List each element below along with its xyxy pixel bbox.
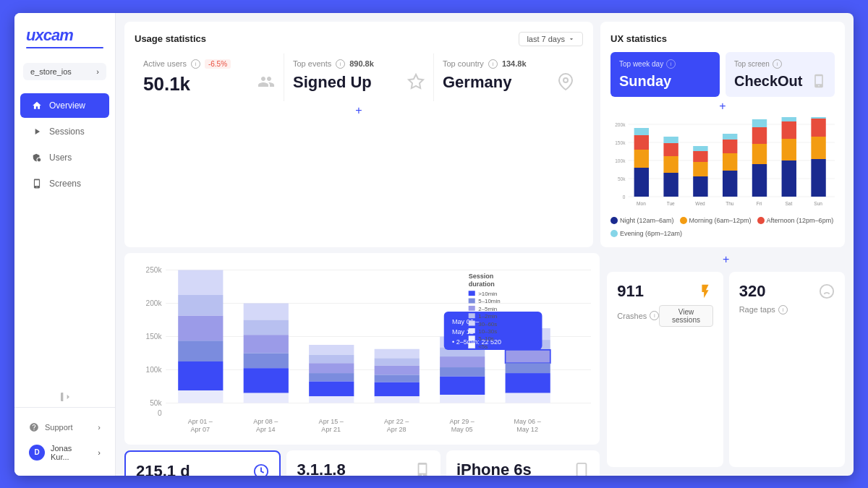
collapse-icon[interactable] xyxy=(59,391,71,403)
logo: uxcam xyxy=(26,26,103,45)
top-screen-info-icon[interactable]: i xyxy=(773,59,782,69)
svg-text:5–10s: 5–10s xyxy=(478,335,494,342)
sidebar-item-screens[interactable]: Screens xyxy=(20,171,109,196)
rage-taps-info-icon[interactable]: i xyxy=(778,305,788,314)
svg-text:Apr 15 –: Apr 15 – xyxy=(319,418,344,425)
svg-rect-43 xyxy=(811,119,825,137)
svg-text:0: 0 xyxy=(623,193,626,200)
sidebar-bottom: Support › D Jonas Kur... › xyxy=(14,407,115,476)
top-events-num: 890.8k xyxy=(349,59,374,68)
svg-text:Apr 01 –: Apr 01 – xyxy=(188,418,213,425)
svg-rect-60 xyxy=(178,341,223,361)
svg-text:duration: duration xyxy=(469,281,495,288)
user-item[interactable]: D Jonas Kur... › xyxy=(23,438,106,467)
svg-rect-36 xyxy=(782,160,796,197)
top-country-num: 134.8k xyxy=(502,59,527,68)
sidebar-label-screens: Screens xyxy=(49,179,81,189)
svg-text:Apr 22 –: Apr 22 – xyxy=(384,418,409,425)
svg-rect-44 xyxy=(811,117,825,119)
svg-rect-121 xyxy=(469,328,475,333)
svg-text:30–60s: 30–60s xyxy=(478,320,497,327)
support-icon xyxy=(29,422,39,432)
svg-rect-92 xyxy=(440,367,485,377)
svg-rect-94 xyxy=(440,394,485,402)
engagement-card: 215.1 d Total engagement i +8.6% xyxy=(124,450,281,476)
svg-rect-83 xyxy=(375,365,420,374)
svg-rect-99 xyxy=(506,349,550,362)
top-country-info-icon[interactable]: i xyxy=(488,59,498,69)
top-country-label: Top country xyxy=(443,59,484,68)
active-users-card: Active users i -6.5% 50.1k xyxy=(135,53,284,101)
active-users-info-icon[interactable]: i xyxy=(191,59,200,69)
svg-text:1–2min: 1–2min xyxy=(478,313,497,320)
tablet-icon xyxy=(32,179,42,189)
crashes-info-icon[interactable]: i xyxy=(650,311,659,320)
date-filter-button[interactable]: last 7 days xyxy=(519,32,583,46)
top-week-day-card: Top week day i Sunday xyxy=(610,52,720,97)
legend-afternoon-dot xyxy=(757,217,765,224)
ux-stats-title: UX statistics xyxy=(610,33,667,44)
chevron-right-icon: › xyxy=(96,67,99,76)
svg-text:May 05: May 05 xyxy=(451,425,473,432)
svg-rect-100 xyxy=(506,363,550,373)
star-icon xyxy=(407,73,425,90)
legend-evening-label: Evening (6pm–12am) xyxy=(620,230,682,237)
ux-bottom-add-button[interactable]: + xyxy=(607,253,845,266)
sidebar-item-users[interactable]: Users xyxy=(20,145,109,170)
sidebar-item-sessions[interactable]: Sessions xyxy=(20,119,109,144)
app-version-value: 3.1.1.8 xyxy=(297,461,345,476)
ux-chart-legend: Night (12am–6am) Morning (6am–12pm) Afte… xyxy=(610,217,835,237)
sidebar-item-overview[interactable]: Overview xyxy=(20,93,109,118)
svg-text:150k: 150k xyxy=(615,139,625,146)
sidebar-label-sessions: Sessions xyxy=(49,127,85,137)
top-week-day-info-icon[interactable]: i xyxy=(666,59,676,69)
app-selector[interactable]: e_store_ios › xyxy=(23,63,106,80)
svg-point-130 xyxy=(820,284,833,297)
svg-rect-117 xyxy=(469,313,475,318)
support-item[interactable]: Support › xyxy=(23,416,106,438)
svg-text:200k: 200k xyxy=(146,299,163,307)
svg-rect-11 xyxy=(634,168,649,197)
view-sessions-button[interactable]: View sessions xyxy=(659,305,712,327)
svg-rect-91 xyxy=(440,356,485,367)
svg-rect-85 xyxy=(375,382,420,396)
svg-rect-22 xyxy=(693,162,707,176)
top-events-info-icon[interactable]: i xyxy=(336,59,345,69)
legend-afternoon: Afternoon (12pm–6pm) xyxy=(757,217,834,224)
legend-evening: Evening (6pm–12am) xyxy=(610,230,682,237)
ux-statistics-panel: UX statistics Top week day i Sunday xyxy=(600,22,845,247)
usage-statistics-panel: Usage statistics last 7 days Active user… xyxy=(124,22,593,247)
svg-text:Apr 21: Apr 21 xyxy=(321,425,341,432)
svg-rect-61 xyxy=(178,361,223,390)
svg-rect-62 xyxy=(178,390,223,403)
svg-text:• 2–5min: 22 520: • 2–5min: 22 520 xyxy=(452,338,501,345)
svg-rect-34 xyxy=(752,119,767,127)
svg-rect-58 xyxy=(178,294,223,315)
play-icon xyxy=(32,127,42,137)
svg-text:0: 0 xyxy=(158,408,162,416)
legend-night: Night (12am–6am) xyxy=(610,217,674,224)
svg-rect-115 xyxy=(469,305,475,310)
stat-cards-row: Active users i -6.5% 50.1k Top ev xyxy=(135,53,583,101)
svg-rect-119 xyxy=(469,320,475,325)
svg-rect-39 xyxy=(782,117,796,121)
avatar: D xyxy=(29,445,45,461)
logo-text: uxcam xyxy=(26,26,73,45)
svg-text:50k: 50k xyxy=(150,398,162,406)
ux-top-cards: Top week day i Sunday Top screen i C xyxy=(610,52,835,97)
crashes-label: Crashes xyxy=(617,312,647,320)
svg-rect-29 xyxy=(723,134,737,140)
svg-rect-18 xyxy=(663,143,678,156)
svg-rect-102 xyxy=(506,393,550,403)
svg-rect-17 xyxy=(663,156,678,173)
svg-rect-70 xyxy=(244,393,289,403)
svg-text:100k: 100k xyxy=(146,365,163,373)
user-chevron: › xyxy=(98,448,101,457)
support-label: Support xyxy=(45,423,73,432)
ux-add-button[interactable]: + xyxy=(610,100,835,113)
left-section: 250k 200k 150k 100k 50k 0 xyxy=(124,253,600,476)
svg-rect-101 xyxy=(506,373,550,393)
right-bottom-section: + 911 Crashes i xyxy=(607,253,845,476)
usage-add-button[interactable]: + xyxy=(135,104,583,117)
svg-rect-123 xyxy=(469,335,475,341)
